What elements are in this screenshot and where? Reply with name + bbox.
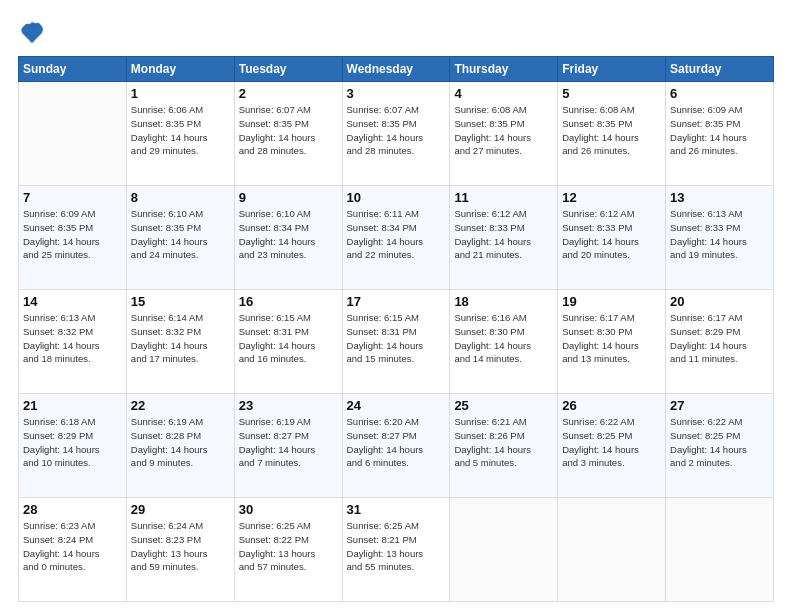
calendar-cell: 12Sunrise: 6:12 AMSunset: 8:33 PMDayligh… xyxy=(558,186,666,290)
day-number: 20 xyxy=(670,294,769,309)
day-info: Sunrise: 6:12 AMSunset: 8:33 PMDaylight:… xyxy=(562,207,661,262)
day-info: Sunrise: 6:21 AMSunset: 8:26 PMDaylight:… xyxy=(454,415,553,470)
day-number: 30 xyxy=(239,502,338,517)
calendar-cell xyxy=(666,498,774,602)
calendar-cell: 28Sunrise: 6:23 AMSunset: 8:24 PMDayligh… xyxy=(19,498,127,602)
logo-icon xyxy=(18,18,46,46)
calendar-cell: 15Sunrise: 6:14 AMSunset: 8:32 PMDayligh… xyxy=(126,290,234,394)
weekday-header: Sunday xyxy=(19,57,127,82)
calendar-cell: 16Sunrise: 6:15 AMSunset: 8:31 PMDayligh… xyxy=(234,290,342,394)
day-info: Sunrise: 6:12 AMSunset: 8:33 PMDaylight:… xyxy=(454,207,553,262)
day-number: 12 xyxy=(562,190,661,205)
calendar-cell: 31Sunrise: 6:25 AMSunset: 8:21 PMDayligh… xyxy=(342,498,450,602)
day-number: 21 xyxy=(23,398,122,413)
weekday-header: Monday xyxy=(126,57,234,82)
calendar-cell: 22Sunrise: 6:19 AMSunset: 8:28 PMDayligh… xyxy=(126,394,234,498)
calendar-cell: 2Sunrise: 6:07 AMSunset: 8:35 PMDaylight… xyxy=(234,82,342,186)
day-number: 25 xyxy=(454,398,553,413)
day-number: 10 xyxy=(347,190,446,205)
day-number: 7 xyxy=(23,190,122,205)
calendar-cell: 19Sunrise: 6:17 AMSunset: 8:30 PMDayligh… xyxy=(558,290,666,394)
calendar-cell: 25Sunrise: 6:21 AMSunset: 8:26 PMDayligh… xyxy=(450,394,558,498)
day-number: 14 xyxy=(23,294,122,309)
day-info: Sunrise: 6:24 AMSunset: 8:23 PMDaylight:… xyxy=(131,519,230,574)
day-number: 24 xyxy=(347,398,446,413)
day-info: Sunrise: 6:18 AMSunset: 8:29 PMDaylight:… xyxy=(23,415,122,470)
day-number: 23 xyxy=(239,398,338,413)
calendar-cell: 6Sunrise: 6:09 AMSunset: 8:35 PMDaylight… xyxy=(666,82,774,186)
calendar-cell: 11Sunrise: 6:12 AMSunset: 8:33 PMDayligh… xyxy=(450,186,558,290)
calendar-cell: 26Sunrise: 6:22 AMSunset: 8:25 PMDayligh… xyxy=(558,394,666,498)
day-info: Sunrise: 6:19 AMSunset: 8:27 PMDaylight:… xyxy=(239,415,338,470)
day-number: 28 xyxy=(23,502,122,517)
calendar-cell: 8Sunrise: 6:10 AMSunset: 8:35 PMDaylight… xyxy=(126,186,234,290)
day-number: 5 xyxy=(562,86,661,101)
day-number: 9 xyxy=(239,190,338,205)
calendar-week-row: 28Sunrise: 6:23 AMSunset: 8:24 PMDayligh… xyxy=(19,498,774,602)
calendar-table: SundayMondayTuesdayWednesdayThursdayFrid… xyxy=(18,56,774,602)
day-info: Sunrise: 6:15 AMSunset: 8:31 PMDaylight:… xyxy=(347,311,446,366)
calendar-cell: 14Sunrise: 6:13 AMSunset: 8:32 PMDayligh… xyxy=(19,290,127,394)
weekday-header: Tuesday xyxy=(234,57,342,82)
calendar-cell: 10Sunrise: 6:11 AMSunset: 8:34 PMDayligh… xyxy=(342,186,450,290)
day-info: Sunrise: 6:22 AMSunset: 8:25 PMDaylight:… xyxy=(670,415,769,470)
weekday-header: Friday xyxy=(558,57,666,82)
day-number: 6 xyxy=(670,86,769,101)
day-number: 27 xyxy=(670,398,769,413)
weekday-header: Wednesday xyxy=(342,57,450,82)
day-info: Sunrise: 6:06 AMSunset: 8:35 PMDaylight:… xyxy=(131,103,230,158)
day-number: 22 xyxy=(131,398,230,413)
day-number: 4 xyxy=(454,86,553,101)
day-number: 1 xyxy=(131,86,230,101)
calendar-cell: 13Sunrise: 6:13 AMSunset: 8:33 PMDayligh… xyxy=(666,186,774,290)
day-info: Sunrise: 6:14 AMSunset: 8:32 PMDaylight:… xyxy=(131,311,230,366)
day-number: 31 xyxy=(347,502,446,517)
day-number: 17 xyxy=(347,294,446,309)
day-number: 2 xyxy=(239,86,338,101)
day-info: Sunrise: 6:10 AMSunset: 8:34 PMDaylight:… xyxy=(239,207,338,262)
day-info: Sunrise: 6:09 AMSunset: 8:35 PMDaylight:… xyxy=(670,103,769,158)
day-number: 8 xyxy=(131,190,230,205)
calendar-cell: 20Sunrise: 6:17 AMSunset: 8:29 PMDayligh… xyxy=(666,290,774,394)
day-info: Sunrise: 6:13 AMSunset: 8:33 PMDaylight:… xyxy=(670,207,769,262)
day-info: Sunrise: 6:07 AMSunset: 8:35 PMDaylight:… xyxy=(239,103,338,158)
day-info: Sunrise: 6:08 AMSunset: 8:35 PMDaylight:… xyxy=(562,103,661,158)
calendar-week-row: 14Sunrise: 6:13 AMSunset: 8:32 PMDayligh… xyxy=(19,290,774,394)
day-info: Sunrise: 6:13 AMSunset: 8:32 PMDaylight:… xyxy=(23,311,122,366)
day-info: Sunrise: 6:10 AMSunset: 8:35 PMDaylight:… xyxy=(131,207,230,262)
day-number: 26 xyxy=(562,398,661,413)
day-number: 11 xyxy=(454,190,553,205)
calendar-cell: 1Sunrise: 6:06 AMSunset: 8:35 PMDaylight… xyxy=(126,82,234,186)
calendar-cell: 5Sunrise: 6:08 AMSunset: 8:35 PMDaylight… xyxy=(558,82,666,186)
day-info: Sunrise: 6:08 AMSunset: 8:35 PMDaylight:… xyxy=(454,103,553,158)
header xyxy=(18,18,774,46)
day-info: Sunrise: 6:17 AMSunset: 8:29 PMDaylight:… xyxy=(670,311,769,366)
day-info: Sunrise: 6:23 AMSunset: 8:24 PMDaylight:… xyxy=(23,519,122,574)
calendar-cell: 24Sunrise: 6:20 AMSunset: 8:27 PMDayligh… xyxy=(342,394,450,498)
weekday-header: Saturday xyxy=(666,57,774,82)
calendar-cell: 3Sunrise: 6:07 AMSunset: 8:35 PMDaylight… xyxy=(342,82,450,186)
day-number: 19 xyxy=(562,294,661,309)
calendar-cell: 18Sunrise: 6:16 AMSunset: 8:30 PMDayligh… xyxy=(450,290,558,394)
calendar-cell xyxy=(450,498,558,602)
logo xyxy=(18,18,50,46)
day-number: 3 xyxy=(347,86,446,101)
calendar-week-row: 7Sunrise: 6:09 AMSunset: 8:35 PMDaylight… xyxy=(19,186,774,290)
day-number: 29 xyxy=(131,502,230,517)
day-info: Sunrise: 6:17 AMSunset: 8:30 PMDaylight:… xyxy=(562,311,661,366)
day-number: 18 xyxy=(454,294,553,309)
calendar-cell: 27Sunrise: 6:22 AMSunset: 8:25 PMDayligh… xyxy=(666,394,774,498)
day-info: Sunrise: 6:07 AMSunset: 8:35 PMDaylight:… xyxy=(347,103,446,158)
day-info: Sunrise: 6:11 AMSunset: 8:34 PMDaylight:… xyxy=(347,207,446,262)
day-number: 13 xyxy=(670,190,769,205)
calendar-cell xyxy=(558,498,666,602)
page: SundayMondayTuesdayWednesdayThursdayFrid… xyxy=(0,0,792,612)
day-info: Sunrise: 6:16 AMSunset: 8:30 PMDaylight:… xyxy=(454,311,553,366)
calendar-cell: 23Sunrise: 6:19 AMSunset: 8:27 PMDayligh… xyxy=(234,394,342,498)
calendar-week-row: 21Sunrise: 6:18 AMSunset: 8:29 PMDayligh… xyxy=(19,394,774,498)
day-number: 16 xyxy=(239,294,338,309)
calendar-cell: 21Sunrise: 6:18 AMSunset: 8:29 PMDayligh… xyxy=(19,394,127,498)
day-info: Sunrise: 6:25 AMSunset: 8:21 PMDaylight:… xyxy=(347,519,446,574)
day-number: 15 xyxy=(131,294,230,309)
day-info: Sunrise: 6:19 AMSunset: 8:28 PMDaylight:… xyxy=(131,415,230,470)
